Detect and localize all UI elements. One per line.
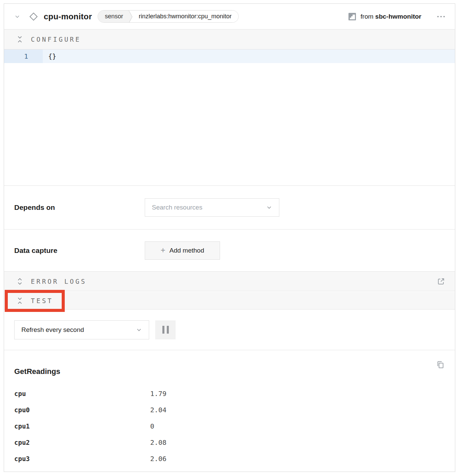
refresh-rate-value: Refresh every second — [21, 326, 136, 334]
machine-name: sbc-hwmonitor — [375, 13, 421, 20]
depends-on-placeholder: Search resources — [152, 204, 266, 211]
data-capture-label: Data capture — [14, 246, 145, 255]
editor-line-number: 1 — [4, 49, 43, 63]
resource-config-panel: cpu-monitor sensor rinzlerlabs:hwmonitor… — [4, 3, 455, 472]
sensor-diamond-icon — [28, 12, 39, 22]
reading-key: cpu3 — [14, 455, 150, 462]
method-name: GetReadings — [14, 367, 445, 376]
reading-value: 2.04 — [150, 406, 166, 414]
error-logs-section-label: ERROR LOGS — [31, 278, 86, 285]
error-logs-section-header: ERROR LOGS — [4, 271, 455, 291]
resource-type-pill: sensor rinzlerlabs:hwmonitor:cpu_monitor — [98, 10, 239, 23]
from-machine-text: from sbc-hwmonitor — [361, 13, 421, 20]
editor-active-line[interactable]: 1 {} — [4, 49, 455, 63]
reading-key: cpu2 — [14, 439, 150, 446]
header-right-cluster: from sbc-hwmonitor — [348, 13, 445, 21]
open-in-new-window-icon[interactable] — [437, 277, 445, 286]
reading-key: cpu — [14, 390, 150, 397]
configure-section-label: CONFIGURE — [31, 36, 81, 43]
expand-section-icon[interactable] — [17, 277, 23, 286]
depends-on-select[interactable]: Search resources — [145, 198, 279, 217]
data-capture-row: Data capture + Add method — [4, 230, 455, 271]
pause-refresh-button[interactable] — [155, 320, 176, 339]
add-method-label: Add method — [169, 247, 204, 254]
refresh-rate-select[interactable]: Refresh every second — [14, 320, 149, 339]
depends-on-label: Depends on — [14, 203, 145, 212]
reading-row: cpu3 2.06 — [14, 455, 445, 471]
reading-row: cpu0 2.04 — [14, 406, 445, 422]
collapse-section-icon[interactable] — [17, 296, 23, 305]
chevron-down-icon — [266, 204, 272, 211]
from-label: from — [361, 13, 375, 20]
plus-icon: + — [161, 246, 165, 254]
test-section-header: TEST — [4, 292, 455, 310]
get-readings-card: GetReadings cpu 1.79 cpu0 2.04 cpu1 0 cp… — [4, 350, 455, 472]
copy-icon[interactable] — [436, 360, 445, 369]
resource-header: cpu-monitor sensor rinzlerlabs:hwmonitor… — [4, 4, 455, 29]
chevron-down-icon — [136, 327, 142, 333]
reading-key: cpu0 — [14, 406, 150, 414]
reading-key: cpu1 — [14, 422, 150, 430]
collapse-card-chevron-down-icon[interactable] — [14, 14, 20, 20]
reading-value: 1.79 — [150, 390, 166, 398]
depends-on-row: Depends on Search resources — [4, 186, 455, 230]
reading-value: 2.08 — [150, 438, 166, 447]
test-controls-row: Refresh every second — [4, 310, 455, 350]
reading-value: 0 — [150, 422, 154, 430]
resource-name: cpu-monitor — [44, 12, 92, 21]
overflow-menu-button[interactable] — [437, 14, 445, 19]
reading-row: cpu2 2.08 — [14, 438, 445, 455]
test-section-header-wrap: TEST — [4, 292, 455, 310]
resource-type-label: sensor — [98, 11, 128, 22]
reading-row: cpu1 0 — [14, 422, 445, 438]
editor-code-content[interactable]: {} — [43, 49, 56, 63]
resource-model-label: rinzlerlabs:hwmonitor:cpu_monitor — [134, 11, 238, 22]
pause-icon — [162, 326, 164, 334]
machine-part-icon — [348, 13, 356, 21]
pill-separator-chevron-icon — [128, 11, 134, 23]
collapse-section-icon[interactable] — [17, 35, 23, 44]
reading-value: 2.06 — [150, 455, 166, 463]
add-method-button[interactable]: + Add method — [145, 241, 220, 260]
configure-code-editor[interactable]: 1 {} — [4, 49, 455, 186]
reading-row: cpu 1.79 — [14, 390, 445, 406]
configure-section-header: CONFIGURE — [4, 29, 455, 49]
test-section-label: TEST — [31, 297, 53, 304]
